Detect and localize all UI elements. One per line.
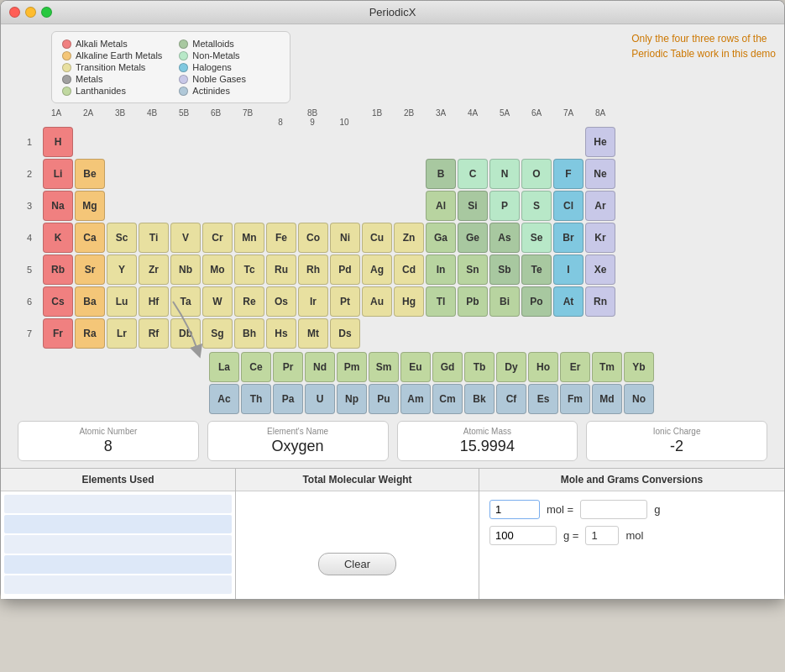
element-sg[interactable]: Sg	[202, 318, 233, 349]
element-hs[interactable]: Hs	[266, 318, 296, 349]
element-fm[interactable]: Fm	[560, 384, 590, 414]
element-au[interactable]: Au	[362, 286, 392, 317]
element-b[interactable]: B	[426, 159, 456, 189]
element-os[interactable]: Os	[266, 286, 296, 317]
element-s[interactable]: S	[521, 191, 552, 221]
element-pa[interactable]: Pa	[273, 384, 303, 414]
element-ho[interactable]: Ho	[528, 352, 558, 382]
element-mo[interactable]: Mo	[202, 255, 233, 285]
element-ru[interactable]: Ru	[266, 255, 296, 285]
element-sc[interactable]: Sc	[107, 223, 137, 253]
element-na[interactable]: Na	[43, 191, 73, 221]
element-at[interactable]: At	[553, 286, 584, 317]
element-h[interactable]: H	[43, 127, 73, 157]
element-sm[interactable]: Sm	[369, 352, 399, 382]
element-bk[interactable]: Bk	[464, 384, 495, 414]
element-ar[interactable]: Ar	[585, 191, 615, 221]
element-ce[interactable]: Ce	[241, 352, 271, 382]
element-th[interactable]: Th	[241, 384, 271, 414]
element-ac[interactable]: Ac	[209, 384, 239, 414]
element-ca[interactable]: Ca	[75, 223, 105, 253]
grams-output[interactable]	[580, 500, 647, 519]
element-lr[interactable]: Lr	[107, 318, 137, 349]
element-mn[interactable]: Mn	[234, 223, 264, 253]
element-zn[interactable]: Zn	[394, 223, 424, 253]
element-cl[interactable]: Cl	[553, 191, 584, 221]
grams-input[interactable]	[489, 526, 557, 545]
element-sr[interactable]: Sr	[75, 255, 105, 285]
element-eu[interactable]: Eu	[400, 352, 431, 382]
element-v[interactable]: V	[170, 223, 201, 253]
element-kr[interactable]: Kr	[585, 223, 615, 253]
element-y[interactable]: Y	[107, 255, 137, 285]
element-te[interactable]: Te	[521, 255, 552, 285]
element-cd[interactable]: Cd	[394, 255, 424, 285]
element-n[interactable]: N	[489, 159, 520, 189]
element-nd[interactable]: Nd	[305, 352, 335, 382]
element-ir[interactable]: Ir	[298, 286, 328, 317]
close-button[interactable]	[9, 7, 20, 18]
element-f[interactable]: F	[553, 159, 584, 189]
element-ga[interactable]: Ga	[426, 223, 456, 253]
element-zr[interactable]: Zr	[139, 255, 169, 285]
element-pm[interactable]: Pm	[337, 352, 367, 382]
element-tl[interactable]: Tl	[426, 286, 456, 317]
element-li[interactable]: Li	[43, 159, 73, 189]
element-am[interactable]: Am	[400, 384, 431, 414]
element-ba[interactable]: Ba	[75, 286, 105, 317]
element-nb[interactable]: Nb	[170, 255, 201, 285]
element-sb[interactable]: Sb	[489, 255, 520, 285]
element-rh[interactable]: Rh	[298, 255, 328, 285]
element-re[interactable]: Re	[234, 286, 264, 317]
element-ne[interactable]: Ne	[585, 159, 615, 189]
element-rb[interactable]: Rb	[43, 255, 73, 285]
element-bi[interactable]: Bi	[489, 286, 520, 317]
element-o[interactable]: O	[521, 159, 552, 189]
element-cf[interactable]: Cf	[496, 384, 526, 414]
element-al[interactable]: Al	[426, 191, 456, 221]
element-pu[interactable]: Pu	[369, 384, 399, 414]
element-u[interactable]: U	[305, 384, 335, 414]
element-ge[interactable]: Ge	[458, 223, 488, 253]
element-ti[interactable]: Ti	[139, 223, 169, 253]
element-np[interactable]: Np	[337, 384, 367, 414]
element-pr[interactable]: Pr	[273, 352, 303, 382]
element-rn[interactable]: Rn	[585, 286, 615, 317]
element-es[interactable]: Es	[528, 384, 558, 414]
element-k[interactable]: K	[43, 223, 73, 253]
element-br[interactable]: Br	[553, 223, 584, 253]
element-he[interactable]: He	[585, 127, 615, 157]
element-no[interactable]: No	[624, 384, 654, 414]
element-la[interactable]: La	[209, 352, 239, 382]
element-se[interactable]: Se	[521, 223, 552, 253]
element-ds[interactable]: Ds	[330, 318, 360, 349]
element-mt[interactable]: Mt	[298, 318, 328, 349]
element-si[interactable]: Si	[458, 191, 488, 221]
element-fr[interactable]: Fr	[43, 318, 73, 349]
element-cm[interactable]: Cm	[432, 384, 463, 414]
element-xe[interactable]: Xe	[585, 255, 615, 285]
element-md[interactable]: Md	[592, 384, 622, 414]
minimize-button[interactable]	[25, 7, 36, 18]
element-hf[interactable]: Hf	[139, 286, 169, 317]
element-hg[interactable]: Hg	[394, 286, 424, 317]
element-pb[interactable]: Pb	[458, 286, 488, 317]
element-yb[interactable]: Yb	[624, 352, 654, 382]
element-gd[interactable]: Gd	[432, 352, 463, 382]
clear-button[interactable]: Clear	[318, 553, 396, 575]
element-tb[interactable]: Tb	[464, 352, 495, 382]
element-ag[interactable]: Ag	[362, 255, 392, 285]
element-tc[interactable]: Tc	[234, 255, 264, 285]
element-tm[interactable]: Tm	[592, 352, 622, 382]
element-db[interactable]: Db	[170, 318, 201, 349]
element-p[interactable]: P	[489, 191, 520, 221]
maximize-button[interactable]	[41, 7, 52, 18]
element-lu[interactable]: Lu	[107, 286, 137, 317]
element-er[interactable]: Er	[560, 352, 590, 382]
element-ta[interactable]: Ta	[170, 286, 201, 317]
element-ni[interactable]: Ni	[330, 223, 360, 253]
element-in[interactable]: In	[426, 255, 456, 285]
element-w[interactable]: W	[202, 286, 233, 317]
mol-input[interactable]	[489, 500, 540, 519]
element-co[interactable]: Co	[298, 223, 328, 253]
